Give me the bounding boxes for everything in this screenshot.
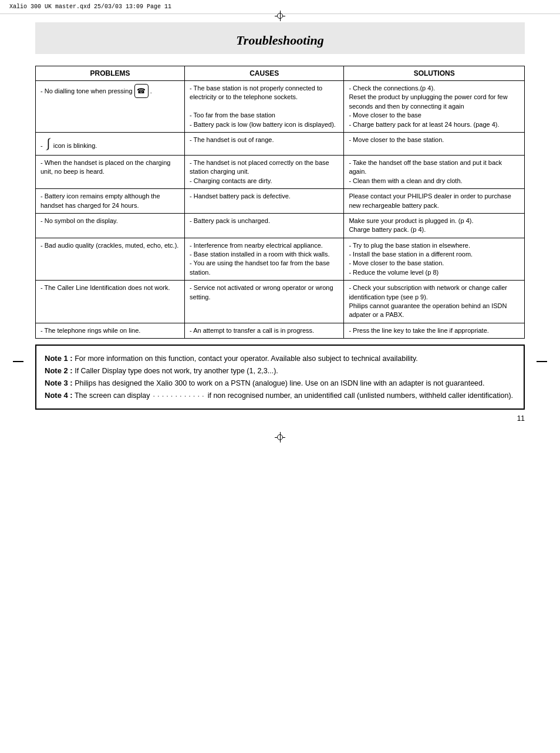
header-text: Xalio 300 UK master.qxd 25/03/03 13:09 P…: [9, 4, 171, 10]
solutions-text: - Press the line key to take the line if…: [349, 327, 488, 334]
solutions-text: - Check your subscription with network o…: [349, 284, 507, 318]
problem-cell-3: - When the handset is placed on the char…: [36, 155, 185, 188]
solutions-cell-8: - Press the line key to take the line if…: [344, 323, 525, 338]
causes-text: - The base station is not properly conne…: [190, 85, 322, 100]
problem-text: - No dialling tone when pressing: [41, 87, 134, 94]
note3: Note 3 : Philips has designed the Xalio …: [45, 377, 515, 390]
problem-cell-5: - No symbol on the display.: [36, 213, 185, 238]
solutions-text: - Move closer to the base station.: [349, 136, 444, 143]
table-row: - Battery icon remains empty although th…: [36, 189, 525, 214]
causes-text-3: - Battery pack is low (low battery icon …: [190, 121, 336, 128]
solutions-cell-4: Please contact your PHILIPS dealer in or…: [344, 189, 525, 214]
problem-cell-4: - Battery icon remains empty although th…: [36, 189, 185, 214]
problem-text: - The telephone rings while on line.: [41, 327, 140, 334]
note2: Note 2 : If Caller Display type does not…: [45, 365, 515, 377]
causes-text: - Handset battery pack is defective.: [190, 193, 291, 200]
causes-cell-4: - Handset battery pack is defective.: [185, 189, 344, 214]
solutions-text: - Check the connections.(p 4).Reset the …: [349, 85, 507, 128]
page-title: Troubleshooting: [236, 33, 324, 48]
page-number-area: 11: [0, 410, 560, 427]
left-margin-mark: [13, 361, 23, 362]
solutions-cell-1: - Check the connections.(p 4).Reset the …: [344, 81, 525, 133]
troubleshooting-table: PROBLEMS CAUSES SOLUTIONS - No dialling …: [35, 66, 525, 339]
blinking-text: icon is blinking.: [53, 142, 97, 149]
note2-text: If Caller Display type does not work, tr…: [75, 367, 278, 375]
solutions-cell-2: - Move closer to the base station.: [344, 132, 525, 155]
table-header-row: PROBLEMS CAUSES SOLUTIONS: [36, 66, 525, 81]
solutions-cell-3: - Take the handset off the base station …: [344, 155, 525, 188]
problem-cell-7: - The Caller Line Identification does no…: [36, 281, 185, 323]
problem-text-end: .: [150, 87, 152, 94]
table-row: - ⎰ icon is blinking. - The handset is o…: [36, 132, 525, 155]
solutions-text: Make sure your product is plugged in. (p…: [349, 217, 473, 233]
problem-cell-6: - Bad audio quality (crackles, muted, ec…: [36, 238, 185, 281]
causes-cell-3: - The handset is not placed correctly on…: [185, 155, 344, 188]
crosshair-symbol: [275, 11, 285, 21]
dash-text: -: [41, 142, 45, 149]
note4-dots: ············: [152, 391, 205, 402]
col-header-causes: CAUSES: [185, 66, 344, 81]
note3-text: Philips has designed the Xalio 300 to wo…: [75, 379, 484, 387]
causes-cell-1: - The base station is not properly conne…: [185, 81, 344, 133]
solutions-text: - Try to plug the base station in elsewh…: [349, 242, 473, 276]
table-row: - No dialling tone when pressing ☎ . - T…: [36, 81, 525, 133]
note4-text-before: The screen can display: [75, 391, 150, 400]
causes-cell-2: - The handset is out of range.: [185, 132, 344, 155]
problem-text: - Battery icon remains empty although th…: [41, 193, 160, 208]
page-container: Xalio 300 UK master.qxd 25/03/03 13:09 P…: [0, 0, 560, 753]
top-crosshair: [0, 11, 560, 21]
causes-cell-5: - Battery pack is uncharged.: [185, 213, 344, 238]
antenna-icon: ⎰: [45, 136, 52, 152]
problem-cell-2: - ⎰ icon is blinking.: [36, 132, 185, 155]
causes-text: - Battery pack is uncharged.: [190, 217, 270, 224]
note1-text: For more information on this function, c…: [75, 354, 418, 363]
causes-text: - An attempt to transfer a call is in pr…: [190, 327, 314, 334]
notes-box: Note 1 : For more information on this fu…: [35, 345, 525, 410]
phone-button-icon: ☎: [134, 84, 149, 98]
bottom-crosshair-symbol: [275, 432, 285, 443]
note3-label: Note 3 :: [45, 379, 73, 387]
problem-text: - When the handset is placed on the char…: [41, 159, 170, 175]
problem-text: - Bad audio quality (crackles, muted, ec…: [41, 242, 178, 249]
causes-cell-8: - An attempt to transfer a call is in pr…: [185, 323, 344, 338]
solutions-cell-5: Make sure your product is plugged in. (p…: [344, 213, 525, 238]
table-row: - Bad audio quality (crackles, muted, ec…: [36, 238, 525, 281]
solutions-cell-6: - Try to plug the base station in elsewh…: [344, 238, 525, 281]
note2-label: Note 2 :: [45, 366, 73, 375]
solutions-text: - Take the handset off the base station …: [349, 159, 502, 184]
note4: Note 4 : The screen can display ········…: [45, 390, 515, 402]
causes-text: - The handset is out of range.: [190, 136, 274, 143]
right-margin-mark: [537, 361, 547, 362]
table-row: - The telephone rings while on line. - A…: [36, 323, 525, 338]
note4-text-after: if non recognised number, an unidentifie…: [208, 391, 513, 400]
page-number: 11: [517, 414, 525, 423]
problem-cell-1: - No dialling tone when pressing ☎ .: [36, 81, 185, 133]
col-header-solutions: SOLUTIONS: [344, 66, 525, 81]
table-row: - When the handset is placed on the char…: [36, 155, 525, 188]
causes-cell-7: - Service not activated or wrong operato…: [185, 281, 344, 323]
note1: Note 1 : For more information on this fu…: [45, 353, 515, 365]
solutions-cell-7: - Check your subscription with network o…: [344, 281, 525, 323]
problem-text: - The Caller Line Identification does no…: [41, 284, 170, 291]
solutions-text: Please contact your PHILIPS dealer in or…: [349, 193, 511, 208]
main-content: PROBLEMS CAUSES SOLUTIONS - No dialling …: [0, 54, 560, 345]
causes-text: - Service not activated or wrong operato…: [190, 284, 333, 300]
note1-label: Note 1 :: [45, 354, 73, 363]
causes-text-2: - Too far from the base station: [190, 112, 275, 119]
causes-text: - Interference from nearby electrical ap…: [190, 242, 330, 276]
bottom-crosshair: [0, 427, 560, 447]
problem-cell-8: - The telephone rings while on line.: [36, 323, 185, 338]
col-header-problems: PROBLEMS: [36, 66, 185, 81]
table-row: - The Caller Line Identification does no…: [36, 281, 525, 323]
note4-label: Note 4 :: [45, 391, 73, 400]
problem-text: - No symbol on the display.: [41, 217, 118, 224]
table-row: - No symbol on the display. - Battery pa…: [36, 213, 525, 238]
title-area: Troubleshooting: [35, 22, 525, 54]
causes-text: - The handset is not placed correctly on…: [190, 159, 329, 184]
causes-cell-6: - Interference from nearby electrical ap…: [185, 238, 344, 281]
